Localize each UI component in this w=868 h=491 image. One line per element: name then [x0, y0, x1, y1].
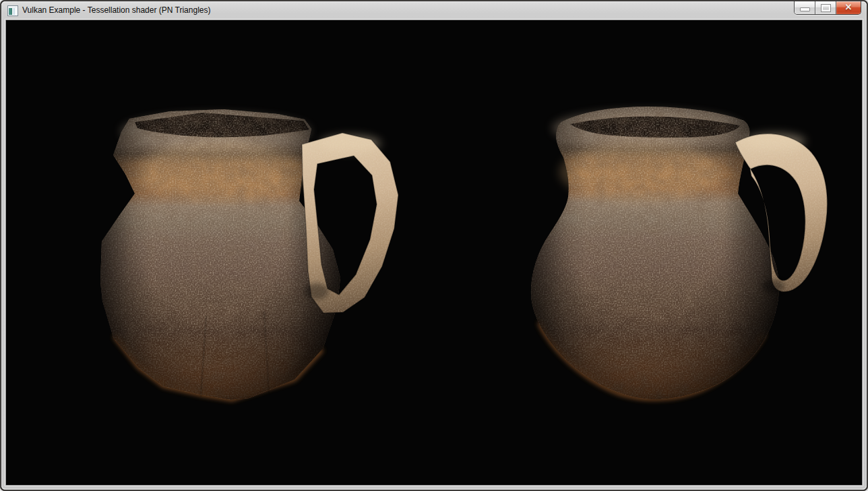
minimize-button[interactable] — [795, 1, 815, 14]
close-button[interactable]: ✕ — [836, 1, 861, 14]
render-viewport[interactable] — [5, 20, 863, 486]
jug-tessellated — [531, 107, 828, 399]
app-icon — [7, 5, 18, 16]
maximize-icon — [821, 4, 831, 12]
minimize-icon — [800, 7, 810, 11]
titlebar[interactable]: Vulkan Example - Tessellation shader (PN… — [1, 1, 867, 20]
window-title: Vulkan Example - Tessellation shader (PN… — [22, 1, 210, 20]
jug-low-poly — [100, 109, 398, 400]
maximize-button[interactable] — [815, 1, 836, 14]
close-icon: ✕ — [845, 2, 852, 12]
app-window: Vulkan Example - Tessellation shader (PN… — [0, 0, 868, 491]
vulkan-render — [6, 20, 862, 485]
screenshot-stage: Vulkan Example - Tessellation shader (PN… — [0, 0, 868, 491]
app-icon-glyph — [9, 7, 17, 15]
window-controls: ✕ — [794, 1, 861, 15]
